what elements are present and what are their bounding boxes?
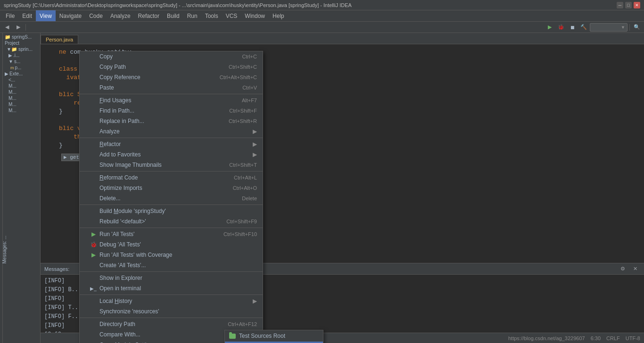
menu-edit[interactable]: Edit	[18, 10, 36, 21]
ctx-analyze[interactable]: Analyze ▶	[80, 126, 263, 137]
bottom-settings[interactable]: ⚙	[618, 264, 628, 274]
line-num-12	[42, 141, 59, 150]
ctx-synchronize[interactable]: Synchronize 'resources'	[80, 306, 263, 317]
ctx-show-image[interactable]: Show Image Thumbnails Ctrl+Shift+T	[80, 160, 263, 170]
ctx-refactor-label: Refactor	[99, 141, 121, 147]
ctx-optimize[interactable]: Optimize Imports Ctrl+Alt+O	[80, 183, 263, 193]
ctx-delete[interactable]: Delete... Delete	[80, 193, 263, 204]
menu-file[interactable]: File	[2, 10, 18, 21]
menu-help[interactable]: Help	[269, 10, 288, 21]
code-text-9	[59, 116, 63, 124]
menu-window[interactable]: Window	[241, 10, 269, 21]
proj-item-label11: M...	[8, 96, 17, 101]
ctx-copy-path[interactable]: Copy Path Ctrl+Shift+C	[80, 62, 263, 72]
menu-code[interactable]: Code	[85, 10, 107, 21]
ctx-sep7	[80, 294, 263, 295]
ctx-sep2	[80, 138, 263, 138]
ctx-debug-all[interactable]: 🐞 Debug 'All Tests'	[80, 239, 263, 250]
ctx-analyze-label: Analyze	[99, 128, 120, 135]
toolbar-debug[interactable]: 🐞	[556, 23, 566, 32]
ctx-refactor[interactable]: Refactor ▶	[80, 139, 263, 149]
close-button[interactable]: ✕	[634, 2, 640, 8]
ctx-open-terminal[interactable]: ▶_ Open in terminal	[80, 283, 263, 294]
ctx-terminal-icon: ▶_	[89, 286, 98, 291]
proj-item-project[interactable]: Project	[4, 40, 39, 46]
proj-item-sprin[interactable]: ▼ 📁 sprin...	[4, 46, 39, 52]
ctx-run-coverage[interactable]: ▶ Run 'All Tests' with Coverage	[80, 250, 263, 260]
ctx-optimize-label: Optimize Imports	[99, 185, 142, 191]
toolbar-sep2	[629, 24, 630, 31]
toolbar-forward[interactable]: ▶	[13, 23, 24, 32]
menu-navigate[interactable]: Navigate	[56, 10, 85, 21]
ctx-build-module[interactable]: Build Module 'springStudy'	[80, 206, 263, 216]
ctx-create-tests[interactable]: Create 'All Tests'...	[80, 260, 263, 270]
toolbar-search[interactable]: 🔍	[632, 23, 642, 32]
toolbar-run[interactable]: ▶	[545, 23, 555, 32]
ctx-run-all[interactable]: ▶ Run 'All Tests' Ctrl+Shift+F10	[80, 229, 263, 239]
menu-view[interactable]: View	[36, 10, 56, 21]
ctx-replace-in-path[interactable]: Replace in Path... Ctrl+Shift+R	[80, 116, 263, 126]
main-layout: 📁 springS... Project ▼ 📁 sprin... ▶ .i..…	[0, 33, 644, 343]
proj-item-m5[interactable]: M...	[8, 107, 39, 114]
proj-item-exte[interactable]: ▶ Exte...	[4, 71, 39, 77]
ctx-add-favorites[interactable]: Add to Favorites ▶	[80, 149, 263, 160]
ctx-copy-path-shortcut: Ctrl+Shift+C	[229, 64, 257, 70]
menu-analyze[interactable]: Analyze	[107, 10, 134, 21]
proj-s-arrow: ▼	[8, 59, 13, 64]
proj-item-springstudy[interactable]: 📁 springS...	[4, 34, 39, 40]
ctx-sep1	[80, 94, 263, 94]
ctx-find-usages-label: Find Usages	[99, 97, 131, 104]
messages-tab-label[interactable]: Messages: ...	[3, 234, 9, 265]
minimize-button[interactable]: ─	[617, 2, 623, 8]
line-num-10	[42, 124, 59, 133]
proj-arrow: ▼	[7, 47, 11, 52]
ctx-find-usages[interactable]: Find Usages Alt+F7	[80, 95, 263, 106]
menu-vcs[interactable]: VCS	[222, 10, 241, 21]
ctx-copy-reference[interactable]: Copy Reference Ctrl+Alt+Shift+C	[80, 72, 263, 82]
line-num-8	[42, 107, 59, 116]
proj-item-m1[interactable]: M...	[8, 83, 39, 89]
proj-item-m3[interactable]: M...	[8, 95, 39, 101]
ctx-find-in-path[interactable]: Find in Path... Ctrl+Shift+F	[80, 106, 263, 116]
proj-item-m-p[interactable]: m p...	[9, 65, 39, 71]
line-num-3	[42, 65, 59, 74]
proj-item-label3: sprin...	[18, 47, 33, 52]
proj-item-m2[interactable]: M...	[8, 89, 39, 95]
ctx-directory-path[interactable]: Directory Path Ctrl+Alt+F12	[80, 319, 263, 329]
menu-build[interactable]: Build	[163, 10, 183, 21]
ctx-local-history[interactable]: Local History ▶	[80, 296, 263, 306]
menu-tools[interactable]: Tools	[201, 10, 222, 21]
ctx-paste-label: Paste	[99, 84, 114, 91]
ctx-replace-label: Replace in Path...	[99, 118, 144, 124]
code-text-8: }	[59, 107, 63, 116]
maximize-button[interactable]: □	[625, 2, 632, 8]
ctx-sep6	[80, 271, 263, 272]
proj-item-s[interactable]: ▼ s...	[8, 58, 39, 65]
ctx-reformat[interactable]: Reformat Code Ctrl+Alt+L	[80, 172, 263, 183]
proj-item-lt[interactable]: <...	[8, 77, 39, 83]
line-num-9	[42, 116, 59, 124]
ctx-optimize-shortcut: Ctrl+Alt+O	[233, 185, 257, 191]
proj-item-idea[interactable]: ▶ .i...	[8, 52, 39, 58]
toolbar-sep1	[25, 24, 26, 31]
ctx-rebuild[interactable]: Rebuild '<default>' Ctrl+Shift+F9	[80, 216, 263, 227]
ctx-paste[interactable]: Paste Ctrl+V	[80, 82, 263, 93]
line-num-11	[42, 133, 59, 141]
title-controls: ─ □ ✕	[617, 2, 640, 8]
proj-item-m4[interactable]: M...	[8, 101, 39, 107]
toolbar-back[interactable]: ◀	[2, 23, 12, 32]
toolbar-build[interactable]: 🔨	[578, 23, 589, 32]
title-bar: springStudy [C:\Users\Administrator\Desk…	[0, 0, 644, 10]
submenu-test-sources[interactable]: Test Sources Root	[225, 330, 323, 342]
ctx-show-explorer[interactable]: Show in Explorer	[80, 273, 263, 283]
menu-run[interactable]: Run	[183, 10, 201, 21]
toolbar-stop[interactable]: ⏹	[567, 23, 578, 32]
bottom-close[interactable]: ✕	[630, 264, 640, 274]
submenu-mark-directory: Test Sources Root Resources Root Test Re…	[224, 330, 323, 343]
run-config-selector[interactable]: ▼	[590, 23, 627, 32]
run-config-arrow: ▼	[621, 25, 625, 30]
menu-refactor[interactable]: Refactor	[134, 10, 163, 21]
tab-person-java[interactable]: Person.java	[41, 35, 78, 44]
ctx-copy[interactable]: Copy Ctrl+C	[80, 51, 263, 62]
code-text-2	[59, 57, 63, 65]
